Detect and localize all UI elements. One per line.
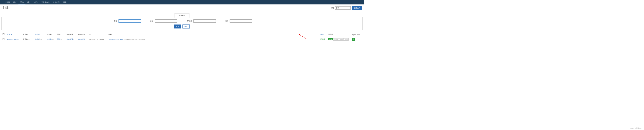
col-web: Web监测 [77, 32, 88, 37]
page-title: 主机 [2, 6, 8, 10]
col-items[interactable]: 监控项 [35, 34, 40, 36]
col-interface: 接口 [88, 32, 107, 37]
template-main-link[interactable]: Template OS Linux [108, 38, 123, 40]
create-host-button[interactable]: 创建主机 [352, 6, 362, 10]
nav-templates[interactable]: 模板 [12, 0, 18, 4]
enc-none-badge: 无 [352, 38, 355, 41]
filter-toggle[interactable]: 过滤器 [174, 13, 190, 18]
hosts-table: 名称 应用集 监控项 触发器 图形 自动发现 Web监测 接口 模板 状态 可用… [2, 32, 362, 42]
top-nav: 主机群组 模板 主机 维护 动作 关联项事件 自动发现 服务 [0, 0, 364, 4]
filter-name-label: 名称 [112, 20, 117, 22]
row-checkbox[interactable] [2, 38, 4, 40]
filter-ip-input[interactable] [194, 19, 216, 23]
col-apps: 应用集 [22, 32, 34, 37]
filter-panel: 过滤器 名称 DNS IP地址 端口 [2, 17, 362, 30]
page-header: 主机 群组 所有 创建主机 [0, 4, 364, 12]
group-select[interactable]: 所有 [335, 6, 351, 10]
col-status[interactable]: 状态 [320, 34, 324, 36]
filter-dns-label: DNS [148, 20, 154, 22]
apps-link[interactable]: 应用集10 [23, 38, 30, 40]
triggers-link[interactable]: 触发器 [47, 38, 52, 40]
col-discovery: 自动发现 [65, 32, 77, 37]
col-templates: 模板 [107, 32, 319, 37]
nav-hosts[interactable]: 主机 [18, 0, 26, 4]
template-sub: Template App Zabbix Agent [124, 38, 145, 40]
nav-services[interactable]: 服务 [61, 0, 68, 4]
nav-correlation[interactable]: 关联项事件 [40, 0, 51, 4]
filter-ip-label: IP地址 [184, 20, 192, 22]
col-name[interactable]: 名称 [7, 34, 12, 36]
sort-asc-icon [11, 34, 12, 35]
filter-reset-button[interactable]: 重设 [182, 24, 190, 29]
table-header-row: 名称 应用集 监控项 触发器 图形 自动发现 Web监测 接口 模板 状态 可用… [2, 32, 362, 37]
avail-jmx-badge: JMX [339, 38, 344, 40]
graphs-link[interactable]: 图形 [57, 38, 60, 40]
select-all-checkbox[interactable] [2, 34, 4, 35]
col-graphs: 图形 [56, 32, 65, 37]
discovery-link[interactable]: 自动发现 [66, 38, 73, 40]
avail-snmp-badge: SNMP [333, 38, 339, 40]
avail-ipmi-badge: IPMI [344, 38, 348, 40]
col-triggers: 触发器 [45, 32, 56, 37]
nav-maintenance[interactable]: 维护 [26, 0, 32, 4]
filter-port-input[interactable] [230, 19, 252, 23]
filter-dns-input[interactable] [155, 19, 177, 23]
col-agent-enc: agent 加密 [351, 32, 362, 37]
group-label: 群组 [331, 7, 334, 9]
nav-discovery[interactable]: 自动发现 [51, 0, 62, 4]
triangle-up-icon [184, 15, 185, 16]
nav-actions[interactable]: 动作 [32, 0, 40, 4]
nav-hostgroups[interactable]: 主机群组 [2, 0, 12, 4]
status-enabled[interactable]: 已启用 [320, 38, 325, 40]
web-link[interactable]: Web监测 [78, 38, 85, 40]
filter-port-label: 端口 [223, 20, 228, 22]
interface-cell: 192.168.2.2: 10050 [88, 37, 107, 42]
host-name-link[interactable]: linux-server001 [7, 38, 19, 40]
col-availability: 可用性 [327, 32, 351, 37]
filter-apply-button[interactable]: 应用 [174, 24, 181, 29]
table-row: linux-server001 应用集10 监控项32 触发器15 图形5 自动… [2, 37, 362, 42]
filter-name-input[interactable] [118, 19, 141, 23]
items-link[interactable]: 监控项 [35, 38, 40, 40]
avail-zbx-badge: ZBX [328, 38, 333, 40]
